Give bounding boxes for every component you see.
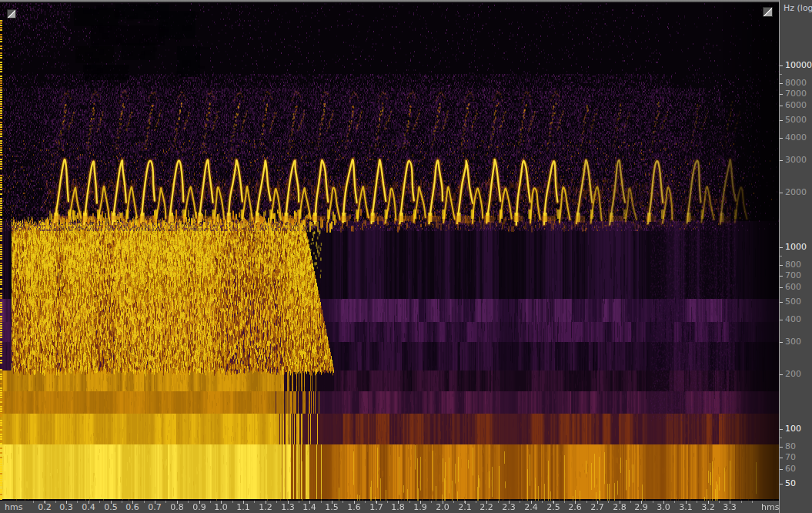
time-minor-tick — [33, 501, 34, 503]
freq-tick — [780, 265, 783, 266]
time-tick-label: 1.7 — [369, 502, 383, 512]
freq-tick — [780, 458, 783, 458]
time-minor-tick — [55, 501, 56, 503]
freq-tick-label: 600 — [785, 283, 801, 292]
freq-tick-label: 200 — [785, 370, 801, 379]
time-minor-tick — [232, 501, 233, 503]
time-tick-label: 3.2 — [701, 502, 715, 512]
time-minor-tick — [276, 501, 277, 503]
time-tick-label: 2.7 — [590, 502, 604, 512]
time-minor-tick — [144, 501, 145, 503]
time-tick-label: 1.1 — [236, 502, 250, 512]
time-tick-label: 1.6 — [347, 502, 361, 512]
freq-tick-label: 100 — [785, 424, 801, 434]
time-minor-tick — [586, 501, 587, 503]
time-tick-label: 0.2 — [38, 502, 52, 512]
freq-tick-label: 7000 — [785, 89, 807, 99]
time-minor-tick — [453, 501, 454, 503]
time-minor-tick — [674, 501, 675, 503]
freq-tick — [780, 287, 783, 288]
freq-tick-label: 5000 — [785, 116, 807, 125]
frequency-axis[interactable]: Hz (log) 1000080007000600050004000300020… — [779, 0, 812, 513]
pane-top-border — [0, 0, 779, 2]
freq-tick — [780, 374, 783, 375]
time-tick-label: 0.3 — [59, 502, 73, 512]
freq-minor-tick — [780, 74, 782, 75]
time-minor-tick — [122, 501, 122, 503]
time-minor-tick — [77, 501, 78, 503]
freq-tick — [780, 160, 783, 161]
freq-tick — [780, 342, 783, 343]
time-tick-label: 2.5 — [546, 502, 560, 512]
freq-tick — [780, 429, 783, 430]
time-tick-label: 1.3 — [281, 502, 295, 512]
freq-tick-label: 4000 — [785, 133, 807, 142]
freq-tick-label: 800 — [785, 260, 801, 270]
freq-tick-label: 10000 — [785, 61, 812, 70]
freq-tick — [780, 302, 783, 303]
freq-tick-label: 300 — [785, 337, 801, 347]
freq-tick — [780, 247, 783, 248]
time-tick-label: 2.3 — [502, 502, 516, 512]
time-minor-tick — [409, 501, 410, 503]
time-minor-tick — [752, 501, 753, 503]
time-minor-tick — [99, 501, 100, 503]
time-minor-tick — [741, 501, 742, 503]
time-tick-label: 2.1 — [458, 502, 472, 512]
freq-tick — [780, 276, 783, 277]
time-minor-tick — [630, 501, 631, 503]
time-minor-tick — [520, 501, 520, 503]
time-minor-tick — [387, 501, 388, 503]
time-minor-tick — [476, 501, 476, 503]
time-minor-tick — [542, 501, 543, 503]
time-tick-label: 1.8 — [391, 502, 405, 512]
freq-tick-label: 70 — [785, 453, 796, 462]
freq-tick-label: 3000 — [785, 156, 807, 165]
time-axis-unit-label-right: hms — [761, 502, 779, 512]
time-tick-label: 0.8 — [170, 502, 184, 512]
freq-tick — [780, 120, 783, 121]
freq-tick-label: 80 — [785, 442, 796, 451]
time-tick-label: 2.6 — [568, 502, 582, 512]
freq-tick — [780, 94, 783, 95]
time-minor-tick — [697, 501, 697, 503]
time-axis-unit-label-left: hms — [5, 502, 22, 512]
pane-resize-corner-icon[interactable] — [764, 8, 772, 16]
time-tick-label: 2.4 — [524, 502, 538, 512]
time-minor-tick — [653, 501, 653, 503]
time-tick-label: 1.9 — [413, 502, 427, 512]
time-minor-tick — [254, 501, 255, 503]
freq-tick — [780, 320, 783, 320]
time-tick-label: 3.3 — [723, 502, 737, 512]
time-minor-tick — [498, 501, 499, 503]
time-minor-tick — [210, 501, 211, 503]
freq-tick-label: 500 — [785, 297, 801, 307]
time-minor-tick — [719, 501, 720, 503]
time-tick-label: 0.6 — [125, 502, 139, 512]
spectrogram-canvas[interactable] — [0, 0, 779, 513]
time-minor-tick — [365, 501, 366, 503]
freq-tick-label: 8000 — [785, 79, 807, 88]
time-tick-label: 2.2 — [480, 502, 493, 512]
frequency-axis-unit-label: Hz (log) — [784, 3, 812, 13]
time-minor-tick — [299, 501, 299, 503]
time-axis[interactable]: hms hms 0.20.30.40.50.60.70.80.91.01.11.… — [0, 501, 779, 513]
freq-tick-label: 700 — [785, 271, 801, 280]
time-minor-tick — [431, 501, 432, 503]
spectrogram-pane: { "right_axis": { "unit_label": "Hz (log… — [0, 0, 812, 513]
pane-resize-corner-icon[interactable] — [8, 10, 15, 18]
freq-tick — [780, 106, 783, 106]
freq-tick-label: 400 — [785, 315, 801, 324]
time-minor-tick — [188, 501, 189, 503]
time-tick-label: 0.7 — [148, 502, 162, 512]
freq-tick — [780, 83, 783, 84]
freq-tick-label: 50 — [785, 479, 796, 488]
time-tick-label: 2.9 — [634, 502, 648, 512]
freq-tick — [780, 484, 783, 484]
time-tick-label: 1.0 — [214, 502, 228, 512]
time-tick-label: 2.0 — [436, 502, 449, 512]
freq-tick-label: 60 — [785, 464, 796, 474]
time-tick-label: 0.5 — [104, 502, 118, 512]
time-tick-label: 1.5 — [325, 502, 339, 512]
time-tick-label: 3.1 — [679, 502, 693, 512]
